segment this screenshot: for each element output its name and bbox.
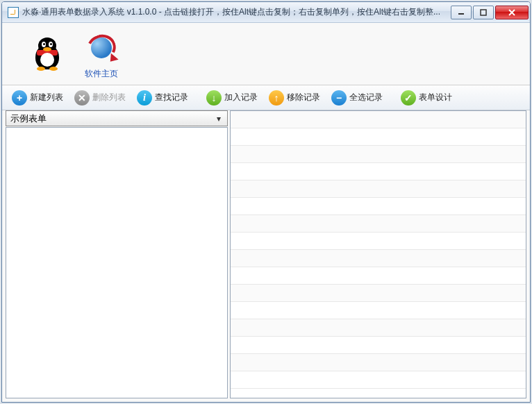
table-row[interactable] [231,111,526,128]
delete-list-label: 删除列表 [92,92,126,103]
table-row[interactable] [231,215,526,233]
delete-list-button[interactable]: ✕ 删除列表 [69,87,131,108]
select-all-button[interactable]: − 全选记录 [326,87,388,108]
table-row[interactable] [231,285,526,302]
form-design-label: 表单设计 [419,92,452,103]
svg-rect-1 [481,10,486,15]
add-record-label: 加入记录 [224,92,258,103]
arrow-up-icon: ↑ [269,90,284,106]
form-selector-dropdown[interactable]: 示例表单 ▾ [6,110,228,126]
application-window: 水淼·通用表单数据录入系统 v1.1.0.0 - 点击链接打开，按住Alt键点击… [1,1,531,403]
check-icon: ✓ [401,90,416,106]
app-icon [8,7,19,18]
content-area: 示例表单 ▾ [2,110,530,402]
table-row[interactable] [231,302,526,319]
add-record-button[interactable]: ↓ 加入记录 [201,87,263,108]
plus-icon: + [12,90,27,106]
qq-link[interactable] [30,37,65,74]
table-row[interactable] [231,198,526,215]
software-home-link[interactable]: 软件主页 [84,31,119,80]
records-grid[interactable] [231,111,526,398]
new-list-button[interactable]: + 新建列表 [6,87,69,108]
remove-record-label: 移除记录 [287,92,320,103]
close-icon [508,8,516,17]
qq-penguin-icon [30,37,65,71]
title-bar[interactable]: 水淼·通用表单数据录入系统 v1.1.0.0 - 点击链接打开，按住Alt键点击… [2,2,530,23]
right-panel [230,110,526,398]
left-listbox[interactable] [6,127,228,398]
icon-bar: 软件主页 [2,23,530,85]
table-row[interactable] [231,337,526,354]
maximize-icon [480,9,487,16]
table-row[interactable] [231,354,526,371]
globe-icon [84,31,119,65]
info-icon: i [137,90,152,106]
remove-record-button[interactable]: ↑ 移除记录 [263,87,326,108]
find-record-button[interactable]: i 查找记录 [131,87,194,108]
new-list-label: 新建列表 [30,92,63,103]
minus-icon: − [331,90,347,106]
table-row[interactable] [231,319,526,337]
minimize-button[interactable] [451,6,472,19]
title-text: 水淼·通用表单数据录入系统 v1.1.0.0 - 点击链接打开，按住Alt键点击… [22,6,444,18]
chevron-down-icon: ▾ [213,114,224,124]
maximize-button[interactable] [473,6,494,19]
table-row[interactable] [231,250,526,267]
left-panel: 示例表单 ▾ [6,110,228,398]
table-row[interactable] [231,128,526,146]
find-record-label: 查找记录 [155,92,188,103]
table-row[interactable] [231,233,526,250]
form-design-button[interactable]: ✓ 表单设计 [395,87,458,108]
table-row[interactable] [231,163,526,180]
toolbar: + 新建列表 ✕ 删除列表 i 查找记录 ↓ 加入记录 ↑ 移除记录 − 全选记… [2,85,530,110]
dropdown-selected: 示例表单 [10,112,213,125]
select-all-label: 全选记录 [349,92,383,103]
table-row[interactable] [231,146,526,163]
close-button[interactable] [495,6,529,19]
x-icon: ✕ [74,90,90,106]
arrow-down-icon: ↓ [206,90,222,106]
software-home-label: 软件主页 [85,68,118,80]
table-row[interactable] [231,267,526,285]
window-controls [449,6,529,19]
table-row[interactable] [231,180,526,198]
table-row[interactable] [231,371,526,389]
minimize-icon [458,9,465,16]
